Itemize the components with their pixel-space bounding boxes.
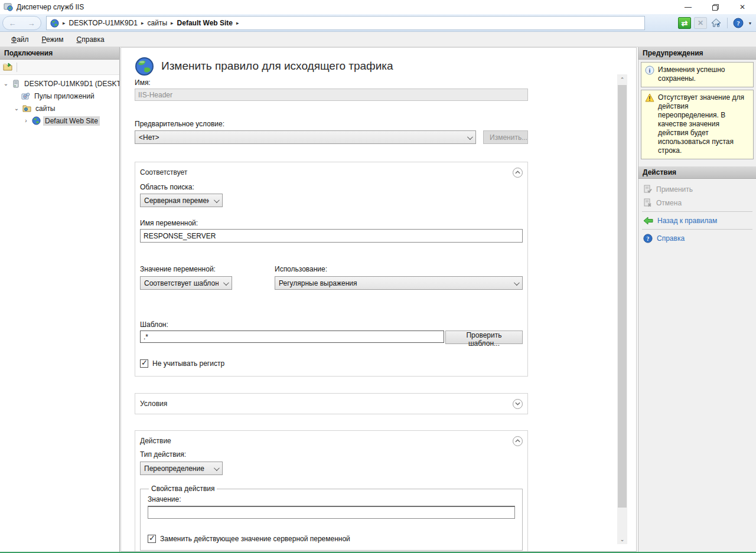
ignore-case-checkbox[interactable] xyxy=(140,359,148,368)
breadcrumb-item-sites[interactable]: сайты xyxy=(148,19,168,27)
collapse-section-icon[interactable] xyxy=(513,436,523,446)
alert-warning: Отсутствует значение для действия переоп… xyxy=(641,90,754,159)
separator xyxy=(642,211,752,212)
address-bar: ← → ▸ DESKTOP-U1MK9D1 ▸ сайты ▸ Default … xyxy=(0,14,756,32)
alert-text: Изменения успешно сохранены. xyxy=(658,66,750,83)
match-section: Соответствует Область поиска: Серверная … xyxy=(135,162,528,377)
using-select[interactable]: Регулярные выражения xyxy=(275,276,523,290)
chevron-down-icon[interactable]: ⌄ xyxy=(13,105,20,112)
back-to-rules-label: Назад к правилам xyxy=(657,217,717,225)
actions-panel: Предупреждения i Изменения успешно сохра… xyxy=(638,47,756,552)
conditions-section: Условия xyxy=(135,393,528,414)
iis-manager-window: Диспетчер служб IIS — ✕ ← → ▸ DESKTOP-U1… xyxy=(0,0,756,553)
page-header: Изменить правило для исходящего трафика xyxy=(135,54,528,78)
tree-item-label: сайты xyxy=(34,104,57,113)
toolbar-separator xyxy=(17,63,17,72)
help-dropdown-icon[interactable]: ▾ xyxy=(749,21,751,26)
tree-item-label: DESKTOP-U1MK9D1 (DESKTOP xyxy=(22,79,119,89)
title-bar: Диспетчер служб IIS — ✕ xyxy=(0,0,756,14)
precondition-label: Предварительное условие: xyxy=(135,120,528,128)
tree-item-label: Default Web Site xyxy=(43,116,100,126)
action-type-value: Переопределение xyxy=(144,464,204,473)
action-value-label: Значение: xyxy=(148,495,515,503)
back-icon[interactable]: ← xyxy=(9,19,17,27)
alert-info: i Изменения успешно сохранены. xyxy=(641,62,754,87)
variable-value-select[interactable]: Соответствует шаблону xyxy=(140,276,232,290)
breadcrumb-item-site[interactable]: Default Web Site xyxy=(177,19,233,27)
app-icon xyxy=(4,2,13,12)
minimize-icon[interactable]: — xyxy=(674,0,702,14)
pattern-input[interactable] xyxy=(140,331,444,343)
svg-text:?: ? xyxy=(647,235,650,241)
cancel-label: Отмена xyxy=(656,199,682,207)
scope-select[interactable]: Серверная переменн xyxy=(140,194,223,207)
ignore-case-label: Не учитывать регистр xyxy=(152,359,224,368)
using-value: Регулярные выражения xyxy=(279,279,357,287)
scroll-up-icon[interactable]: ⌃ xyxy=(617,74,627,84)
nav-buttons: ← → xyxy=(2,16,41,30)
back-arrow-icon xyxy=(643,217,653,225)
home-icon[interactable] xyxy=(710,17,723,29)
menu-view[interactable]: Режим xyxy=(37,34,69,45)
replace-value-checkbox[interactable] xyxy=(148,535,156,543)
pattern-label: Шаблон: xyxy=(140,320,523,329)
help-link[interactable]: ? Справка xyxy=(638,231,756,245)
precondition-select[interactable]: <Нет> xyxy=(135,130,476,144)
close-icon[interactable]: ✕ xyxy=(729,0,756,14)
warnings-header: Предупреждения xyxy=(638,47,756,60)
restore-icon[interactable] xyxy=(702,0,729,14)
help-label: Справка xyxy=(657,234,685,243)
using-label: Использование: xyxy=(275,265,523,273)
globe-icon xyxy=(50,19,59,28)
refresh-icon[interactable]: ⇄ xyxy=(678,17,691,29)
back-to-rules-link[interactable]: Назад к правилам xyxy=(638,214,756,227)
forward-icon[interactable]: → xyxy=(28,19,35,27)
apply-label: Применить xyxy=(656,185,693,194)
cancel-icon xyxy=(643,198,652,207)
help-icon[interactable]: ? xyxy=(732,17,745,29)
test-pattern-button[interactable]: Проверить шаблон... xyxy=(445,331,523,344)
chevron-right-icon[interactable]: › xyxy=(22,117,30,124)
apply-icon xyxy=(643,185,652,194)
breadcrumb-separator-icon[interactable]: ▸ xyxy=(236,20,239,26)
tree-item-server[interactable]: ⌄ DESKTOP-U1MK9D1 (DESKTOP xyxy=(0,77,119,90)
variable-value-value: Соответствует шаблону xyxy=(144,279,219,287)
action-properties-title: Свойства действия xyxy=(149,485,217,493)
vertical-scrollbar[interactable]: ⌃ ⌄ xyxy=(617,74,627,544)
precondition-value: <Нет> xyxy=(139,133,159,142)
scroll-down-icon[interactable]: ⌄ xyxy=(617,534,627,544)
menu-help[interactable]: Справка xyxy=(71,34,110,45)
breadcrumb-item-server[interactable]: DESKTOP-U1MK9D1 xyxy=(69,19,138,27)
action-section: Действие Тип действия: Переопределение С… xyxy=(135,430,528,551)
tree-item-sites[interactable]: ⌄ сайты xyxy=(0,102,119,114)
breadcrumb-separator-icon[interactable]: ▸ xyxy=(141,20,144,26)
breadcrumb[interactable]: ▸ DESKTOP-U1MK9D1 ▸ сайты ▸ Default Web … xyxy=(46,16,645,30)
scrollbar-thumb[interactable] xyxy=(618,85,627,508)
expand-section-icon[interactable] xyxy=(513,399,523,409)
toolbar-separator xyxy=(727,18,728,28)
main-content: Изменить правило для исходящего трафика … xyxy=(120,47,637,552)
collapse-section-icon[interactable] xyxy=(513,168,523,178)
action-type-label: Тип действия: xyxy=(140,450,523,459)
chevron-down-icon[interactable]: ⌄ xyxy=(2,80,9,87)
server-icon xyxy=(12,80,20,88)
tree-item-app-pools[interactable]: Пулы приложений xyxy=(0,90,119,102)
sites-folder-icon xyxy=(22,104,31,112)
rule-globe-icon xyxy=(135,57,154,76)
connections-panel: Подключения ⌄ DESKTOP-U1MK9D1 (DESKTOP П… xyxy=(0,47,120,552)
variable-name-input[interactable] xyxy=(140,229,523,243)
apply-button: Применить xyxy=(638,182,756,196)
replace-value-label: Заменить действующее значение серверной … xyxy=(160,535,350,543)
save-connection-icon[interactable] xyxy=(3,63,13,71)
stop-icon[interactable]: ✕ xyxy=(694,17,707,29)
scope-label: Область поиска: xyxy=(140,183,523,191)
breadcrumb-separator-icon[interactable]: ▸ xyxy=(171,20,174,26)
menu-file[interactable]: Файл xyxy=(6,34,34,45)
action-type-select[interactable]: Переопределение xyxy=(140,462,223,475)
site-globe-icon xyxy=(32,116,41,125)
tree-item-default-web-site[interactable]: › Default Web Site xyxy=(0,114,119,127)
action-value-input[interactable] xyxy=(148,506,515,519)
name-label: Имя: xyxy=(135,78,528,87)
scope-value: Серверная переменн xyxy=(144,197,209,205)
rule-name-input xyxy=(135,89,528,101)
